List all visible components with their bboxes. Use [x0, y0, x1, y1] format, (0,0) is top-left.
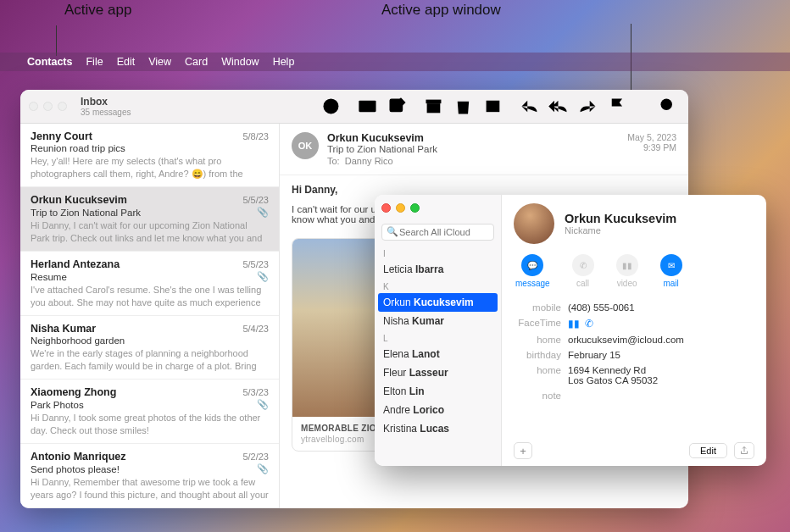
- contacts-traffic-lights[interactable]: [381, 203, 420, 213]
- contact-row[interactable]: Elton Lin: [375, 382, 501, 401]
- filter-icon[interactable]: [320, 95, 342, 118]
- contact-group-header: I: [375, 246, 501, 260]
- reader-time: 9:39 PM: [627, 142, 676, 152]
- flag-icon[interactable]: [606, 95, 629, 118]
- contact-detail: Orkun Kucuksevim Nickame 💬message ✆call …: [502, 195, 766, 466]
- contact-group-header: L: [375, 330, 501, 345]
- reply-all-icon[interactable]: [547, 95, 570, 118]
- contact-name: Orkun Kucuksevim: [565, 212, 676, 225]
- reader-to-label: To:: [327, 156, 340, 166]
- message-row[interactable]: Jenny Court5/8/23 Reunion road trip pics…: [20, 124, 279, 187]
- trash-icon[interactable]: [452, 95, 475, 118]
- junk-icon[interactable]: [481, 95, 504, 118]
- contact-row[interactable]: Kristina Lucas: [375, 419, 501, 438]
- contact-row[interactable]: Orkun Kucuksevim: [378, 293, 498, 312]
- callout-active-window: Active app window: [381, 2, 501, 18]
- svg-point-0: [323, 99, 338, 114]
- attachment-icon: 📎: [257, 271, 269, 282]
- contact-row[interactable]: Elena Lanot: [375, 345, 501, 363]
- message-list[interactable]: Jenny Court5/8/23 Reunion road trip pics…: [20, 124, 280, 508]
- svg-rect-3: [426, 100, 441, 103]
- contact-field: mobile(408) 555-0061: [514, 300, 754, 315]
- mail-traffic-lights[interactable]: [29, 102, 67, 111]
- contact-row[interactable]: Leticia Ibarra: [375, 260, 501, 279]
- contact-field: note: [514, 388, 754, 403]
- contact-field: home1694 Kennedy RdLos Gatos CA 95032: [514, 363, 754, 388]
- callout-active-app: Active app: [64, 2, 131, 18]
- contact-row[interactable]: Fleur Lasseur: [375, 363, 501, 382]
- reader-subject: Trip to Zion National Park: [327, 144, 619, 154]
- svg-rect-5: [486, 101, 499, 112]
- menu-help[interactable]: Help: [273, 56, 295, 68]
- mail-button[interactable]: ✉mail: [660, 254, 682, 288]
- message-row[interactable]: Herland Antezana5/5/23 Resume📎 I've atta…: [20, 252, 279, 316]
- reader-to: Danny Rico: [345, 156, 393, 166]
- add-field-button[interactable]: +: [514, 442, 532, 459]
- contacts-window: 🔍 ILeticia IbarraKOrkun KucuksevimNisha …: [375, 195, 766, 466]
- reader-greeting: Hi Danny,: [292, 184, 676, 196]
- contact-photo: [514, 203, 554, 244]
- contact-row[interactable]: Nisha Kumar: [375, 312, 501, 330]
- contact-field: homeorkucuksevim@icloud.com: [514, 332, 754, 347]
- contact-row[interactable]: Andre Lorico: [375, 401, 501, 419]
- call-button[interactable]: ✆call: [572, 254, 594, 288]
- inbox-count: 35 messages: [81, 108, 301, 117]
- contact-group-header: K: [375, 279, 501, 293]
- search-glyph-icon: 🔍: [387, 226, 398, 237]
- attachment-icon: 📎: [257, 463, 269, 474]
- menu-file[interactable]: File: [86, 56, 103, 68]
- attachment-icon: 📎: [257, 207, 269, 218]
- inbox-title: Inbox: [81, 96, 301, 108]
- compose-icon[interactable]: [356, 95, 379, 118]
- svg-point-6: [661, 99, 672, 110]
- share-button[interactable]: [734, 442, 754, 459]
- menu-app-name[interactable]: Contacts: [27, 56, 72, 68]
- message-row[interactable]: Antonio Manriquez5/2/23 Send photos plea…: [20, 444, 279, 508]
- contact-nickname: Nickame: [565, 225, 676, 236]
- message-row[interactable]: Xiaomeng Zhong5/3/23 Park Photos📎 Hi Dan…: [20, 380, 279, 444]
- contact-field: birthdayFebruary 15: [514, 347, 754, 363]
- menu-view[interactable]: View: [148, 56, 171, 68]
- contact-field: FaceTime▮▮ ✆: [514, 315, 754, 332]
- message-row[interactable]: Orkun Kucuksevim5/5/23 Trip to Zion Nati…: [20, 187, 279, 252]
- mail-toolbar: Inbox 35 messages: [20, 90, 688, 124]
- archive-icon[interactable]: [422, 95, 445, 118]
- reply-icon[interactable]: [518, 95, 541, 118]
- reader-date: May 5, 2023: [627, 132, 676, 142]
- attachment-icon: 📎: [257, 399, 269, 410]
- menu-bar: Contacts File Edit View Card Window Help: [0, 53, 790, 71]
- menu-window[interactable]: Window: [221, 56, 259, 68]
- contacts-sidebar: 🔍 ILeticia IbarraKOrkun KucuksevimNisha …: [375, 195, 502, 466]
- forward-icon[interactable]: [576, 95, 599, 118]
- reader-from: Orkun Kucuksevim: [327, 132, 619, 144]
- sender-avatar: OK: [292, 132, 319, 159]
- svg-rect-4: [426, 103, 440, 113]
- video-button[interactable]: ▮▮video: [616, 254, 638, 288]
- edit-button[interactable]: Edit: [689, 443, 727, 458]
- message-button[interactable]: 💬message: [515, 254, 550, 288]
- callout-line: [56, 25, 57, 56]
- new-message-icon[interactable]: [386, 95, 409, 118]
- message-row[interactable]: Nisha Kumar5/4/23 Neighborhood garden We…: [20, 316, 279, 380]
- search-icon[interactable]: [657, 95, 680, 118]
- menu-edit[interactable]: Edit: [117, 56, 136, 68]
- menu-card[interactable]: Card: [185, 56, 208, 68]
